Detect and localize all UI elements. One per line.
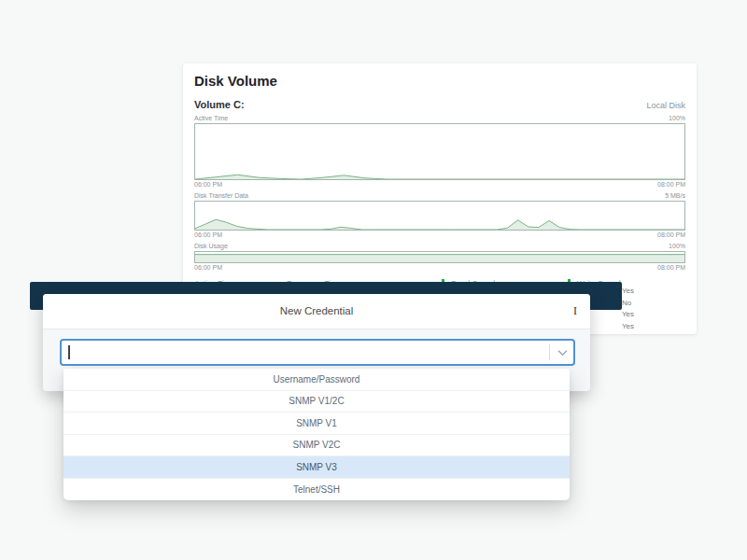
dropdown-option-snmp-v2c[interactable]: SNMP V2C bbox=[63, 435, 570, 457]
chart-ymax: 100% bbox=[669, 115, 685, 121]
info-icon[interactable]: I bbox=[573, 294, 577, 329]
dropdown-option-snmp-v3[interactable]: SNMP V3 bbox=[63, 456, 570, 479]
chart-active-time-header: Active Time 100% bbox=[194, 115, 685, 121]
page-title: Disk Volume bbox=[194, 63, 685, 89]
axis-end: 08:00 PM bbox=[657, 264, 685, 271]
side-value: Yes bbox=[622, 286, 634, 298]
active-time-sparkline bbox=[195, 124, 684, 179]
chevron-down-icon[interactable] bbox=[557, 349, 568, 356]
chart-ymax: 100% bbox=[669, 243, 685, 249]
axis-start: 06:00 PM bbox=[194, 264, 222, 271]
modal-body bbox=[43, 339, 590, 366]
chart-active-time bbox=[194, 123, 685, 180]
axis-start: 06:00 PM bbox=[194, 181, 222, 188]
usage-sparkline bbox=[195, 252, 684, 262]
dropdown-option-snmp-v1-2c[interactable]: SNMP V1/2C bbox=[63, 391, 570, 413]
credential-type-dropdown: Username/Password SNMP V1/2C SNMP V1 SNM… bbox=[63, 369, 570, 500]
chart-active-time-axis: 06:00 PM 08:00 PM bbox=[194, 181, 685, 188]
axis-start: 06:00 PM bbox=[194, 231, 222, 238]
credential-type-combobox[interactable] bbox=[60, 339, 575, 366]
volume-type: Local Disk bbox=[646, 101, 685, 110]
dropdown-option-snmp-v1[interactable]: SNMP V1 bbox=[63, 413, 570, 435]
chart-label: Disk Transfer Data bbox=[194, 192, 248, 199]
text-cursor bbox=[68, 345, 70, 359]
volume-name: Volume C: bbox=[194, 99, 245, 110]
modal-title: New Credential bbox=[43, 294, 590, 329]
chart-label: Active Time bbox=[194, 115, 228, 121]
chart-usage-axis: 06:00 PM 08:00 PM bbox=[194, 264, 685, 271]
axis-end: 08:00 PM bbox=[657, 231, 685, 238]
chart-transfer bbox=[194, 201, 685, 231]
modal-header: New Credential I bbox=[43, 294, 590, 329]
dropdown-option-username-password[interactable]: Username/Password bbox=[63, 369, 570, 391]
side-value: No bbox=[622, 298, 634, 310]
side-value: Yes bbox=[622, 309, 634, 321]
chart-transfer-axis: 06:00 PM 08:00 PM bbox=[194, 231, 685, 238]
side-values-column: Yes No Yes Yes bbox=[622, 286, 634, 332]
dropdown-option-telnet-ssh[interactable]: Telnet/SSH bbox=[63, 479, 570, 501]
volume-header: Volume C: Local Disk bbox=[194, 99, 685, 110]
combobox-divider bbox=[549, 344, 550, 360]
side-value: Yes bbox=[622, 321, 634, 333]
axis-end: 08:00 PM bbox=[657, 181, 685, 188]
chart-usage-header: Disk Usage 100% bbox=[194, 243, 685, 249]
chart-usage bbox=[194, 251, 685, 263]
chart-label: Disk Usage bbox=[194, 243, 228, 249]
transfer-sparkline bbox=[195, 202, 684, 230]
chart-ymax: 5 MB/s bbox=[665, 192, 685, 199]
chart-transfer-header: Disk Transfer Data 5 MB/s bbox=[194, 192, 685, 199]
